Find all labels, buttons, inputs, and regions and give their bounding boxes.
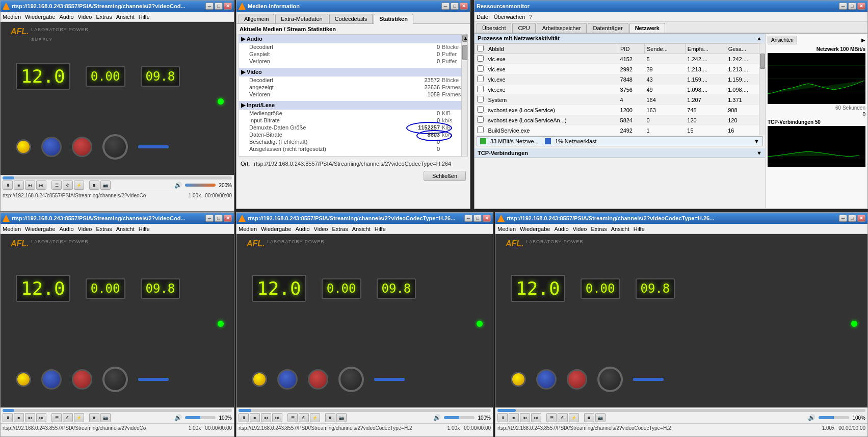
row-checkbox[interactable]	[475, 85, 486, 95]
ansichten-btn[interactable]: Ansichten	[768, 36, 797, 44]
row-checkbox[interactable]	[475, 54, 486, 64]
snapshot-btn-bl[interactable]: 📷	[100, 413, 111, 422]
toggle-btn2-tl[interactable]: ⏱	[63, 181, 73, 190]
close-dialog-btn[interactable]: Schließen	[424, 171, 466, 181]
next-btn-bm[interactable]: ⏭	[272, 413, 282, 422]
toggle3-btn-bm[interactable]: ⚡	[310, 413, 320, 422]
menu-video-bm[interactable]: Video	[314, 226, 328, 232]
play-pause-btn-br[interactable]: ⏸	[497, 413, 508, 422]
network-processes-header[interactable]: Prozesse mit Netzwerkaktivität ▲	[475, 34, 765, 43]
stop-btn-tl[interactable]: ■	[14, 181, 24, 190]
toggle-btn1-tl[interactable]: ☰	[51, 181, 62, 190]
close-btn-tl[interactable]: ✕	[224, 3, 232, 10]
record-btn-bl[interactable]: ⏺	[89, 413, 99, 422]
menu-ansicht-bm[interactable]: Ansicht	[352, 226, 371, 232]
toggle1-btn-br[interactable]: ☰	[546, 413, 557, 422]
prev-btn-bl[interactable]: ⏮	[25, 413, 35, 422]
next-btn-tl[interactable]: ⏭	[36, 181, 46, 190]
menu-medien-tl[interactable]: Medien	[3, 14, 21, 20]
maximize-btn-tl[interactable]: □	[215, 3, 223, 10]
stats-scrollbar[interactable]: ▲	[461, 35, 467, 156]
close-btn-bm[interactable]: ✕	[483, 215, 491, 222]
menu-help-rm[interactable]: ?	[529, 14, 532, 20]
toggle2-btn-br[interactable]: ⏱	[558, 413, 568, 422]
snapshot-btn-bm[interactable]: 📷	[336, 413, 347, 422]
max-btn-bm[interactable]: □	[474, 215, 482, 222]
menu-hilfe-bm[interactable]: Hilfe	[375, 226, 386, 232]
record-btn-bm[interactable]: ⏺	[325, 413, 335, 422]
video-section-header[interactable]: ▶ Video	[239, 68, 467, 76]
menu-wiedergabe-br[interactable]: Wiedergabe	[520, 226, 550, 232]
minimize-btn-tl[interactable]: ─	[205, 3, 214, 10]
volume-slider-tl[interactable]	[185, 184, 216, 187]
toggle2-btn-bm[interactable]: ⏱	[299, 413, 309, 422]
row-checkbox[interactable]	[475, 115, 486, 125]
process-table-container[interactable]: Abbild PID Sende... Empfa... Gesa... vlc…	[475, 43, 765, 135]
menu-uberwachen-rm[interactable]: Überwachen	[494, 14, 525, 20]
toggle-btn3-tl[interactable]: ⚡	[74, 181, 84, 190]
vlc-seekbar-tl[interactable]	[3, 176, 232, 179]
maximize-btn-dialog[interactable]: □	[451, 3, 459, 10]
tcp-section-header[interactable]: TCP-Verbindungen ▼	[475, 148, 765, 158]
vlc-seekbar-br[interactable]	[497, 409, 865, 412]
next-btn-br[interactable]: ⏭	[531, 413, 541, 422]
play-pause-btn-tl[interactable]: ⏸	[3, 181, 13, 190]
tab-ubersicht[interactable]: Übersicht	[477, 23, 511, 33]
toggle3-btn-bl[interactable]: ⚡	[74, 413, 84, 422]
col-empfa[interactable]: Empfa...	[685, 44, 726, 54]
menu-extras-bm[interactable]: Extras	[332, 226, 348, 232]
scrollbar-thumb[interactable]	[462, 45, 467, 60]
toggle3-btn-br[interactable]: ⚡	[569, 413, 579, 422]
menu-medien-br[interactable]: Medien	[497, 226, 516, 232]
row-checkbox[interactable]	[475, 95, 486, 105]
media-info-titlebar[interactable]: Medien-Information ─ □ ✕	[236, 1, 470, 12]
col-pid[interactable]: PID	[618, 44, 645, 54]
menu-audio-bl[interactable]: Audio	[59, 226, 73, 232]
menu-extras-br[interactable]: Extras	[591, 226, 607, 232]
filter-dropdown-icon[interactable]: ▼	[754, 138, 759, 144]
menu-video-br[interactable]: Video	[573, 226, 587, 232]
max-btn-bl[interactable]: □	[215, 215, 223, 222]
row-checkbox[interactable]	[475, 125, 486, 136]
menu-extras-bl[interactable]: Extras	[96, 226, 112, 232]
toggle1-btn-bl[interactable]: ☰	[51, 413, 62, 422]
close-btn-br[interactable]: ✕	[857, 215, 865, 222]
tab-extra[interactable]: Extra-Metadaten	[275, 14, 328, 23]
stop-btn-bl[interactable]: ■	[14, 413, 24, 422]
audio-section-header[interactable]: ▶ Audio	[239, 35, 467, 43]
snapshot-btn-tl[interactable]: 📷	[100, 181, 111, 190]
res-monitor-titlebar[interactable]: Ressourcenmonitor ─ □ ✕	[475, 1, 867, 12]
max-btn-br[interactable]: □	[848, 215, 856, 222]
menu-ansicht-tl[interactable]: Ansicht	[116, 14, 135, 20]
vlc-titlebar-bm[interactable]: rtsp://192.168.0.243:8557/PSIA/Streaming…	[236, 213, 493, 224]
menu-wiedergabe-bm[interactable]: Wiedergabe	[261, 226, 291, 232]
tab-netzwerk[interactable]: Netzwerk	[629, 23, 665, 33]
tab-cpu[interactable]: CPU	[512, 23, 535, 33]
menu-ansicht-br[interactable]: Ansicht	[611, 226, 629, 232]
col-abbild[interactable]: Abbild	[486, 44, 618, 54]
close-btn-rm[interactable]: ✕	[857, 3, 865, 10]
menu-video-tl[interactable]: Video	[78, 14, 92, 20]
min-btn-br[interactable]: ─	[839, 215, 847, 222]
toggle1-btn-bm[interactable]: ☰	[287, 413, 298, 422]
close-btn-dialog[interactable]: ✕	[460, 3, 468, 10]
minimize-btn-rm[interactable]: ─	[839, 3, 847, 10]
minimize-btn-dialog[interactable]: ─	[441, 3, 450, 10]
process-scrollbar-thumb[interactable]	[760, 54, 765, 69]
select-all-checkbox[interactable]	[477, 45, 484, 52]
input-section-header[interactable]: ▶ Input/Lese	[239, 101, 467, 110]
volume-slider-bm[interactable]	[444, 416, 475, 419]
vlc-titlebar-bl[interactable]: rtsp://192.168.0.243:8557/PSIA/Streaming…	[1, 213, 234, 224]
menu-extras-tl[interactable]: Extras	[96, 14, 112, 20]
record-btn-tl[interactable]: ⏺	[89, 181, 99, 190]
row-checkbox[interactable]	[475, 64, 486, 74]
close-btn-bl[interactable]: ✕	[224, 215, 232, 222]
menu-hilfe-br[interactable]: Hilfe	[634, 226, 645, 232]
next-btn-bl[interactable]: ⏭	[36, 413, 46, 422]
play-pause-btn-bm[interactable]: ⏸	[239, 413, 249, 422]
min-btn-bm[interactable]: ─	[464, 215, 472, 222]
min-btn-bl[interactable]: ─	[205, 215, 214, 222]
row-checkbox[interactable]	[475, 74, 486, 85]
play-pause-btn-bl[interactable]: ⏸	[3, 413, 13, 422]
tab-arbeitsspeicher[interactable]: Arbeitsspeicher	[537, 23, 587, 33]
